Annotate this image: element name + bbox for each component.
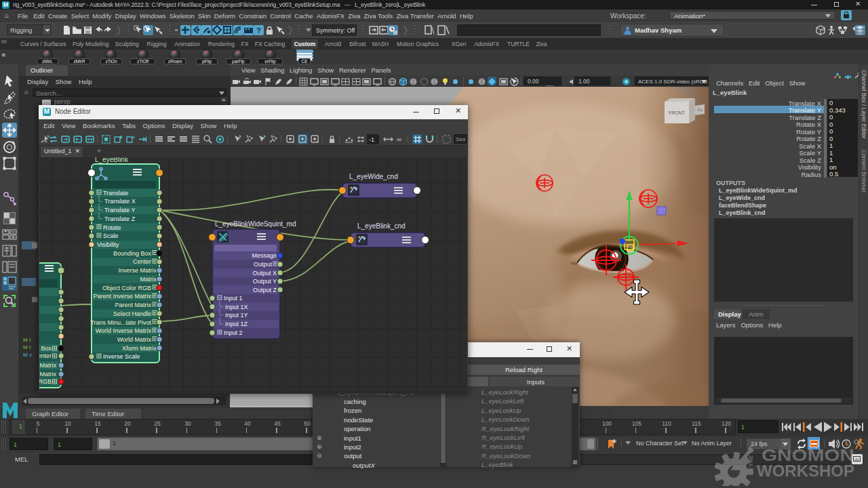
svg-text:?: ? — [256, 26, 261, 35]
svg-text:Input 2: Input 2 — [224, 329, 243, 336]
svg-text:∞: ∞ — [397, 136, 401, 143]
svg-text:THE: THE — [748, 455, 754, 466]
svg-text:Rig: Rig — [697, 108, 703, 112]
svg-text:Input 1Z: Input 1Z — [225, 321, 248, 327]
svg-text:L_eyeWide_cnd: L_eyeWide_cnd — [349, 173, 398, 180]
svg-text:-1: -1 — [369, 136, 374, 143]
svg-text:Output Y: Output Y — [253, 278, 277, 285]
svg-text:WORKSHOP: WORKSHOP — [757, 462, 854, 480]
svg-text:Message: Message — [252, 252, 277, 259]
svg-text:Output X: Output X — [252, 270, 277, 277]
svg-text:Input 1Y: Input 1Y — [225, 312, 248, 319]
svg-text:FRONT: FRONT — [669, 110, 686, 115]
svg-text:L_eyeBlinkWideSquint_md: L_eyeBlinkWideSquint_md — [215, 220, 296, 228]
svg-text:Output Z: Output Z — [253, 287, 277, 293]
svg-text:Input 1: Input 1 — [224, 295, 243, 302]
svg-text:L_eyeBlink_cnd: L_eyeBlink_cnd — [357, 222, 406, 230]
svg-text:Input 1X: Input 1X — [225, 304, 248, 310]
svg-text:Output: Output — [254, 261, 273, 268]
